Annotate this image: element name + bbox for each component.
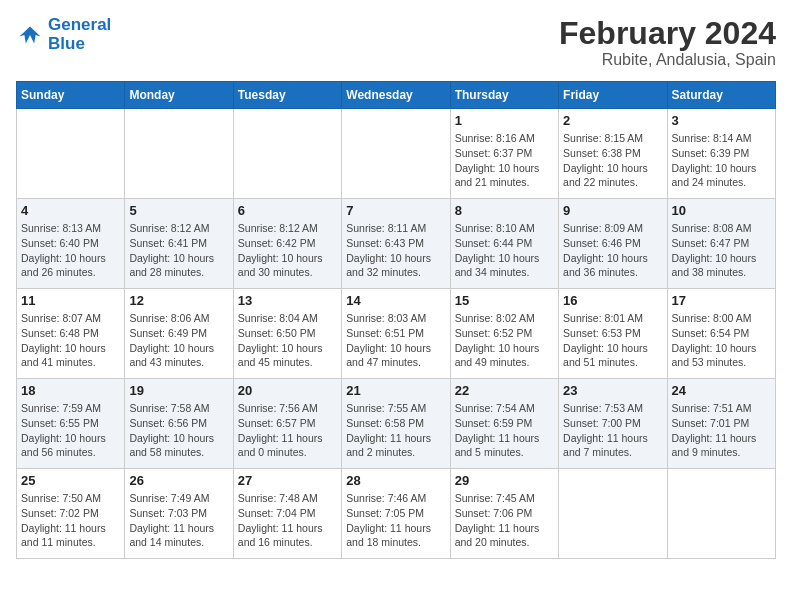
calendar-cell: 15Sunrise: 8:02 AM Sunset: 6:52 PM Dayli… xyxy=(450,289,558,379)
day-info: Sunrise: 8:13 AM Sunset: 6:40 PM Dayligh… xyxy=(21,221,120,280)
day-number: 12 xyxy=(129,293,228,308)
calendar-cell: 17Sunrise: 8:00 AM Sunset: 6:54 PM Dayli… xyxy=(667,289,775,379)
calendar-cell: 27Sunrise: 7:48 AM Sunset: 7:04 PM Dayli… xyxy=(233,469,341,559)
day-info: Sunrise: 7:55 AM Sunset: 6:58 PM Dayligh… xyxy=(346,401,445,460)
calendar-cell: 12Sunrise: 8:06 AM Sunset: 6:49 PM Dayli… xyxy=(125,289,233,379)
day-info: Sunrise: 7:49 AM Sunset: 7:03 PM Dayligh… xyxy=(129,491,228,550)
column-header-saturday: Saturday xyxy=(667,82,775,109)
page-title: February 2024 xyxy=(559,16,776,51)
day-number: 6 xyxy=(238,203,337,218)
calendar-cell: 21Sunrise: 7:55 AM Sunset: 6:58 PM Dayli… xyxy=(342,379,450,469)
day-info: Sunrise: 8:08 AM Sunset: 6:47 PM Dayligh… xyxy=(672,221,771,280)
calendar-cell: 20Sunrise: 7:56 AM Sunset: 6:57 PM Dayli… xyxy=(233,379,341,469)
day-info: Sunrise: 8:16 AM Sunset: 6:37 PM Dayligh… xyxy=(455,131,554,190)
day-number: 26 xyxy=(129,473,228,488)
calendar-cell: 4Sunrise: 8:13 AM Sunset: 6:40 PM Daylig… xyxy=(17,199,125,289)
page-subtitle: Rubite, Andalusia, Spain xyxy=(559,51,776,69)
day-number: 19 xyxy=(129,383,228,398)
day-number: 10 xyxy=(672,203,771,218)
day-info: Sunrise: 8:12 AM Sunset: 6:42 PM Dayligh… xyxy=(238,221,337,280)
calendar-cell: 9Sunrise: 8:09 AM Sunset: 6:46 PM Daylig… xyxy=(559,199,667,289)
column-header-friday: Friday xyxy=(559,82,667,109)
day-number: 14 xyxy=(346,293,445,308)
day-info: Sunrise: 7:56 AM Sunset: 6:57 PM Dayligh… xyxy=(238,401,337,460)
day-number: 20 xyxy=(238,383,337,398)
day-info: Sunrise: 8:11 AM Sunset: 6:43 PM Dayligh… xyxy=(346,221,445,280)
calendar-cell: 24Sunrise: 7:51 AM Sunset: 7:01 PM Dayli… xyxy=(667,379,775,469)
day-number: 2 xyxy=(563,113,662,128)
calendar-cell: 1Sunrise: 8:16 AM Sunset: 6:37 PM Daylig… xyxy=(450,109,558,199)
day-number: 27 xyxy=(238,473,337,488)
calendar-cell xyxy=(342,109,450,199)
calendar-cell: 23Sunrise: 7:53 AM Sunset: 7:00 PM Dayli… xyxy=(559,379,667,469)
logo-icon xyxy=(16,21,44,49)
day-info: Sunrise: 8:02 AM Sunset: 6:52 PM Dayligh… xyxy=(455,311,554,370)
day-number: 23 xyxy=(563,383,662,398)
day-number: 17 xyxy=(672,293,771,308)
day-info: Sunrise: 8:09 AM Sunset: 6:46 PM Dayligh… xyxy=(563,221,662,280)
day-info: Sunrise: 8:14 AM Sunset: 6:39 PM Dayligh… xyxy=(672,131,771,190)
day-number: 13 xyxy=(238,293,337,308)
calendar-cell: 28Sunrise: 7:46 AM Sunset: 7:05 PM Dayli… xyxy=(342,469,450,559)
calendar-cell: 19Sunrise: 7:58 AM Sunset: 6:56 PM Dayli… xyxy=(125,379,233,469)
day-number: 21 xyxy=(346,383,445,398)
day-number: 15 xyxy=(455,293,554,308)
logo: General Blue xyxy=(16,16,111,53)
day-number: 18 xyxy=(21,383,120,398)
week-row-3: 11Sunrise: 8:07 AM Sunset: 6:48 PM Dayli… xyxy=(17,289,776,379)
day-info: Sunrise: 7:53 AM Sunset: 7:00 PM Dayligh… xyxy=(563,401,662,460)
day-info: Sunrise: 8:01 AM Sunset: 6:53 PM Dayligh… xyxy=(563,311,662,370)
calendar-cell xyxy=(125,109,233,199)
day-info: Sunrise: 8:12 AM Sunset: 6:41 PM Dayligh… xyxy=(129,221,228,280)
title-block: February 2024 Rubite, Andalusia, Spain xyxy=(559,16,776,69)
column-header-wednesday: Wednesday xyxy=(342,82,450,109)
day-info: Sunrise: 7:59 AM Sunset: 6:55 PM Dayligh… xyxy=(21,401,120,460)
day-number: 5 xyxy=(129,203,228,218)
calendar-cell: 7Sunrise: 8:11 AM Sunset: 6:43 PM Daylig… xyxy=(342,199,450,289)
day-info: Sunrise: 7:45 AM Sunset: 7:06 PM Dayligh… xyxy=(455,491,554,550)
day-info: Sunrise: 7:50 AM Sunset: 7:02 PM Dayligh… xyxy=(21,491,120,550)
column-header-row: SundayMondayTuesdayWednesdayThursdayFrid… xyxy=(17,82,776,109)
day-number: 28 xyxy=(346,473,445,488)
calendar-cell: 25Sunrise: 7:50 AM Sunset: 7:02 PM Dayli… xyxy=(17,469,125,559)
calendar-cell: 14Sunrise: 8:03 AM Sunset: 6:51 PM Dayli… xyxy=(342,289,450,379)
day-info: Sunrise: 7:46 AM Sunset: 7:05 PM Dayligh… xyxy=(346,491,445,550)
column-header-sunday: Sunday xyxy=(17,82,125,109)
calendar-cell: 29Sunrise: 7:45 AM Sunset: 7:06 PM Dayli… xyxy=(450,469,558,559)
day-number: 25 xyxy=(21,473,120,488)
calendar-cell: 2Sunrise: 8:15 AM Sunset: 6:38 PM Daylig… xyxy=(559,109,667,199)
day-number: 24 xyxy=(672,383,771,398)
calendar-cell xyxy=(17,109,125,199)
calendar-cell: 8Sunrise: 8:10 AM Sunset: 6:44 PM Daylig… xyxy=(450,199,558,289)
calendar-cell: 6Sunrise: 8:12 AM Sunset: 6:42 PM Daylig… xyxy=(233,199,341,289)
day-number: 9 xyxy=(563,203,662,218)
calendar-cell: 5Sunrise: 8:12 AM Sunset: 6:41 PM Daylig… xyxy=(125,199,233,289)
column-header-thursday: Thursday xyxy=(450,82,558,109)
svg-marker-0 xyxy=(20,26,41,43)
day-number: 29 xyxy=(455,473,554,488)
day-info: Sunrise: 8:07 AM Sunset: 6:48 PM Dayligh… xyxy=(21,311,120,370)
day-number: 7 xyxy=(346,203,445,218)
week-row-2: 4Sunrise: 8:13 AM Sunset: 6:40 PM Daylig… xyxy=(17,199,776,289)
calendar-table: SundayMondayTuesdayWednesdayThursdayFrid… xyxy=(16,81,776,559)
column-header-monday: Monday xyxy=(125,82,233,109)
day-number: 22 xyxy=(455,383,554,398)
day-info: Sunrise: 7:51 AM Sunset: 7:01 PM Dayligh… xyxy=(672,401,771,460)
page-header: General Blue February 2024 Rubite, Andal… xyxy=(16,16,776,69)
calendar-cell: 10Sunrise: 8:08 AM Sunset: 6:47 PM Dayli… xyxy=(667,199,775,289)
calendar-cell: 11Sunrise: 8:07 AM Sunset: 6:48 PM Dayli… xyxy=(17,289,125,379)
day-number: 1 xyxy=(455,113,554,128)
calendar-cell xyxy=(667,469,775,559)
calendar-cell: 13Sunrise: 8:04 AM Sunset: 6:50 PM Dayli… xyxy=(233,289,341,379)
logo-text: General Blue xyxy=(48,16,111,53)
day-info: Sunrise: 8:03 AM Sunset: 6:51 PM Dayligh… xyxy=(346,311,445,370)
day-info: Sunrise: 7:48 AM Sunset: 7:04 PM Dayligh… xyxy=(238,491,337,550)
day-info: Sunrise: 7:58 AM Sunset: 6:56 PM Dayligh… xyxy=(129,401,228,460)
week-row-5: 25Sunrise: 7:50 AM Sunset: 7:02 PM Dayli… xyxy=(17,469,776,559)
week-row-4: 18Sunrise: 7:59 AM Sunset: 6:55 PM Dayli… xyxy=(17,379,776,469)
day-number: 4 xyxy=(21,203,120,218)
column-header-tuesday: Tuesday xyxy=(233,82,341,109)
day-info: Sunrise: 8:15 AM Sunset: 6:38 PM Dayligh… xyxy=(563,131,662,190)
calendar-cell: 22Sunrise: 7:54 AM Sunset: 6:59 PM Dayli… xyxy=(450,379,558,469)
day-info: Sunrise: 8:00 AM Sunset: 6:54 PM Dayligh… xyxy=(672,311,771,370)
